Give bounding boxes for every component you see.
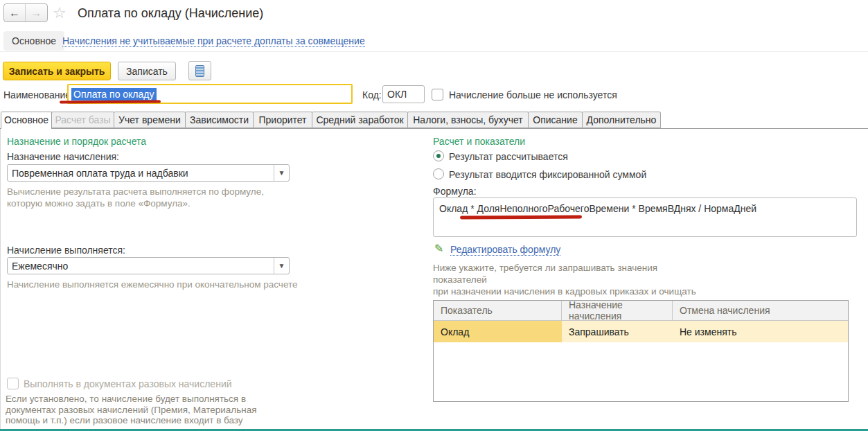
back-arrow-icon: ← <box>9 7 20 19</box>
tab-description[interactable]: Описание <box>528 112 583 128</box>
purpose-label: Назначение начисления: <box>7 151 119 162</box>
annotation-underline-formula <box>460 216 582 220</box>
cell-indicator[interactable]: Оклад <box>434 321 562 342</box>
tab-priority[interactable]: Приоритет <box>253 112 312 128</box>
group-title-calculation: Расчет и показатели <box>433 136 525 147</box>
schedule-label: Начисление выполняется: <box>7 245 125 256</box>
radio-result-calculated[interactable] <box>433 150 444 161</box>
schedule-combobox[interactable]: Ежемесячно ▼ <box>7 257 290 274</box>
chevron-down-icon[interactable]: ▼ <box>274 165 289 181</box>
formula-text: Оклад * ДоляНеполногоРабочегоВремени * В… <box>439 203 756 214</box>
not-used-label: Начисление больше не используется <box>449 89 617 100</box>
form-tabs: Основное Расчет базы Учет времени Зависи… <box>1 112 661 129</box>
tab-additional[interactable]: Дополнительно <box>582 112 661 128</box>
content-left-border <box>0 129 1 430</box>
history-nav: ← → <box>3 3 48 22</box>
column-header-assignment: Назначение начисления <box>562 301 673 320</box>
onetime-docs-checkbox[interactable] <box>7 378 19 389</box>
schedule-value: Ежемесячно <box>8 261 274 272</box>
tab-dependencies[interactable]: Зависимости <box>185 112 254 128</box>
tab-time-tracking[interactable]: Учет времени <box>114 112 186 128</box>
table-row[interactable]: Оклад Запрашивать Не изменять <box>434 321 848 342</box>
pencil-icon: ✎ <box>434 242 443 255</box>
onetime-docs-label: Выполнять в документах разовых начислени… <box>24 378 232 389</box>
schedule-hint: Начисление выполняется ежемесячно при ок… <box>7 279 312 290</box>
save-and-close-button[interactable]: Записать и закрыть <box>3 62 111 80</box>
formula-label: Формула: <box>433 186 477 197</box>
column-header-cancellation: Отмена начисления <box>673 301 848 320</box>
column-header-indicator: Показатель <box>434 301 562 320</box>
radio-result-fixed[interactable] <box>433 168 444 179</box>
tab-main[interactable]: Основное <box>1 112 52 129</box>
chevron-down-icon[interactable]: ▼ <box>274 258 289 274</box>
related-accruals-link[interactable]: Начисления не учитываемые при расчете до… <box>62 35 365 47</box>
group-title-purpose: Назначение и порядок расчета <box>7 136 146 147</box>
cell-cancellation[interactable]: Не изменять <box>673 321 848 342</box>
nav-tab-main[interactable]: Основное <box>3 31 64 51</box>
edit-formula-link[interactable]: Редактировать формулу <box>450 244 560 256</box>
tab-calc-base[interactable]: Расчет базы <box>51 112 114 128</box>
radio-result-fixed-label: Результат вводится фиксированной суммой <box>449 169 646 180</box>
purpose-combobox[interactable]: Повременная оплата труда и надбавки ▼ <box>7 164 290 182</box>
cell-assignment[interactable]: Запрашивать <box>562 321 673 342</box>
forward-arrow-icon: → <box>31 7 42 19</box>
back-button[interactable]: ← <box>4 4 26 21</box>
forward-button[interactable]: → <box>26 4 47 21</box>
purpose-value: Повременная оплата труда и надбавки <box>8 168 274 179</box>
indicators-table-header: Показатель Назначение начисления Отмена … <box>434 301 848 321</box>
header-separator <box>0 51 868 52</box>
not-used-checkbox[interactable] <box>432 89 443 100</box>
page-title: Оплата по окладу (Начисление) <box>78 6 263 21</box>
save-button[interactable]: Записать <box>118 62 176 80</box>
list-icon <box>195 65 204 77</box>
code-input[interactable] <box>382 85 425 103</box>
tab-taxes[interactable]: Налоги, взносы, бухучет <box>407 112 529 128</box>
name-label: Наименование: <box>3 89 73 100</box>
list-button[interactable] <box>188 61 211 80</box>
tab-average-earnings[interactable]: Средний заработок <box>312 112 408 128</box>
onetime-docs-hint: Если установлено, то начисление будет вы… <box>6 394 283 426</box>
purpose-hint: Вычисление результата расчета выполняетс… <box>7 186 277 209</box>
indicators-table: Показатель Назначение начисления Отмена … <box>433 300 849 402</box>
code-label: Код: <box>362 89 382 100</box>
name-input-selected-text: Оплата по окладу <box>71 88 157 100</box>
favorite-star-icon[interactable]: ☆ <box>53 4 67 22</box>
radio-result-calculated-label: Результат рассчитывается <box>449 151 568 162</box>
